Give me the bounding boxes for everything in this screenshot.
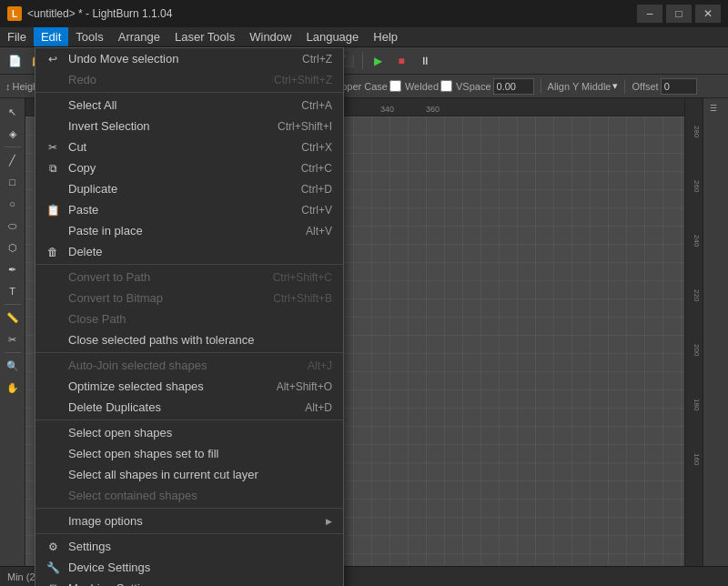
menu-item-close-path[interactable]: Close Path	[35, 308, 343, 329]
paste-shortcut: Ctrl+V	[301, 204, 332, 217]
minimize-button[interactable]: –	[637, 5, 662, 23]
offset-input[interactable]	[661, 78, 697, 95]
copy-icon: ⧉	[45, 160, 61, 177]
menu-item-undo[interactable]: ↩ Undo Move selection Ctrl+Z	[35, 48, 343, 69]
menu-item-select-all[interactable]: Select All Ctrl+A	[35, 95, 343, 116]
welded-check[interactable]	[440, 80, 452, 92]
cut-icon: ✂	[45, 139, 61, 156]
select-open-label: Select open shapes	[68, 426, 172, 440]
menu-item-paste-in-place[interactable]: Paste in place Alt+V	[35, 220, 343, 241]
menu-laser-tools[interactable]: Laser Tools	[167, 27, 242, 46]
menu-edit[interactable]: Edit	[34, 27, 68, 46]
machine-settings-label: Machine Settings	[68, 581, 159, 586]
title-bar: L <untitled> * - LightBurn 1.1.04 – □ ✕	[0, 0, 728, 27]
left-toolbar: ↖ ◈ ╱ □ ○ ⬭ ⬡ ✒ T 📏 ✂ 🔍 ✋	[0, 98, 25, 566]
ruler-r-220: 220	[693, 289, 701, 301]
upper-case-check[interactable]	[389, 80, 401, 92]
select-tool-btn[interactable]: ↖	[3, 102, 23, 122]
menu-language[interactable]: Language	[298, 27, 366, 46]
menu-item-optimize[interactable]: Optimize selected shapes Alt+Shift+O	[35, 376, 343, 397]
menu-item-select-open-fill[interactable]: Select open shapes set to fill	[35, 443, 343, 464]
cut-shapes-btn[interactable]: ✂	[3, 329, 23, 349]
menu-item-select-contained[interactable]: Select contained shapes	[35, 485, 343, 506]
draw-rect-btn[interactable]: □	[3, 172, 23, 192]
attr-sep-6	[624, 79, 625, 94]
vspace-label: VSpace	[456, 81, 491, 92]
draw-path-btn[interactable]: ✒	[3, 259, 23, 279]
device-settings-label: Device Settings	[68, 561, 150, 574]
dropdown-sep-2	[35, 264, 343, 265]
menu-item-settings[interactable]: ⚙ Settings	[35, 536, 343, 557]
align-y-label: Align Y Middle	[548, 81, 612, 92]
undo-label: Undo Move selection	[68, 52, 178, 66]
menu-item-invert-selection[interactable]: Invert Selection Ctrl+Shift+I	[35, 116, 343, 136]
lt-sep-2	[5, 304, 21, 305]
menu-item-auto-join[interactable]: Auto-Join selected shapes Alt+J	[35, 355, 343, 376]
duplicate-shortcut: Ctrl+D	[301, 183, 332, 196]
menu-item-convert-bitmap[interactable]: Convert to Bitmap Ctrl+Shift+B	[35, 288, 343, 308]
optimize-label: Optimize selected shapes	[68, 379, 204, 393]
welded-field: Welded	[405, 80, 452, 92]
close-button[interactable]: ✕	[695, 5, 721, 23]
menu-item-machine-settings[interactable]: 🖥 Machine Settings	[35, 578, 343, 586]
menu-item-paste[interactable]: 📋 Paste Ctrl+V	[35, 199, 343, 220]
menu-arrange[interactable]: Arrange	[111, 27, 167, 46]
stop-btn[interactable]: ■	[390, 50, 412, 72]
menu-bar: File Edit Tools Arrange Laser Tools Wind…	[0, 27, 728, 47]
dropdown-sep-5	[35, 508, 343, 509]
menu-item-delete-duplicates[interactable]: Delete Duplicates Alt+D	[35, 397, 343, 418]
measure-btn[interactable]: 📏	[3, 308, 23, 328]
copy-label: Copy	[68, 161, 96, 175]
menu-tools[interactable]: Tools	[68, 27, 110, 46]
draw-poly-btn[interactable]: ⬡	[3, 237, 23, 258]
menu-help[interactable]: Help	[366, 27, 405, 46]
zoom-btn[interactable]: 🔍	[3, 356, 23, 376]
lt-sep-1	[5, 146, 21, 147]
menu-item-image-options[interactable]: Image options	[35, 510, 343, 531]
start-btn[interactable]: ▶	[367, 50, 389, 72]
select-all-shortcut: Ctrl+A	[301, 99, 332, 112]
menu-item-delete[interactable]: 🗑 Delete	[35, 241, 343, 262]
pause-btn[interactable]: ⏸	[414, 50, 436, 72]
pan-btn[interactable]: ✋	[3, 378, 23, 398]
new-file-btn[interactable]: 📄	[4, 50, 25, 72]
text-tool-btn[interactable]: T	[3, 281, 23, 301]
menu-item-copy[interactable]: ⧉ Copy Ctrl+C	[35, 157, 343, 178]
ruler-r-240: 240	[693, 235, 701, 247]
convert-path-shortcut: Ctrl+Shift+C	[273, 271, 332, 284]
menu-item-select-open[interactable]: Select open shapes	[35, 422, 343, 443]
draw-line-btn[interactable]: ╱	[3, 150, 23, 170]
layers-btn[interactable]: ☰	[703, 98, 723, 118]
undo-shortcut: Ctrl+Z	[302, 53, 332, 66]
vspace-input[interactable]	[493, 78, 534, 95]
maximize-button[interactable]: □	[666, 5, 692, 23]
image-options-icon	[45, 513, 61, 530]
convert-path-icon	[45, 269, 61, 286]
menu-window[interactable]: Window	[242, 27, 298, 46]
edit-dropdown: ↩ Undo Move selection Ctrl+Z Redo Ctrl+S…	[35, 47, 344, 586]
menu-item-device-settings[interactable]: 🔧 Device Settings	[35, 557, 343, 578]
menu-item-select-cut-layer[interactable]: Select all shapes in current cut layer	[35, 464, 343, 485]
window-title: <untitled> * - LightBurn 1.1.04	[27, 7, 637, 20]
dropdown-sep-4	[35, 419, 343, 420]
menu-file[interactable]: File	[0, 27, 34, 46]
menu-item-cut[interactable]: ✂ Cut Ctrl+X	[35, 136, 343, 157]
close-path-label: Close Path	[68, 312, 126, 326]
convert-path-label: Convert to Path	[68, 270, 150, 284]
ruler-r-180: 180	[693, 399, 701, 410]
close-sel-paths-label: Close selected paths with tolerance	[68, 333, 255, 347]
menu-item-convert-path[interactable]: Convert to Path Ctrl+Shift+C	[35, 267, 343, 288]
ruler-r-200: 200	[693, 344, 701, 356]
delete-dup-icon	[45, 399, 61, 416]
menu-item-duplicate[interactable]: Duplicate Ctrl+D	[35, 178, 343, 199]
ruler-360: 360	[426, 105, 440, 114]
undo-icon: ↩	[45, 51, 61, 67]
menu-item-redo[interactable]: Redo Ctrl+Shift+Z	[35, 69, 343, 90]
image-options-arrow	[326, 516, 332, 526]
settings-label: Settings	[68, 540, 111, 553]
menu-item-close-selected-paths[interactable]: Close selected paths with tolerance	[35, 329, 343, 350]
duplicate-label: Duplicate	[68, 182, 117, 196]
draw-circle-btn[interactable]: ○	[3, 194, 23, 214]
draw-ellipse-btn[interactable]: ⬭	[3, 216, 23, 236]
node-edit-btn[interactable]: ◈	[3, 124, 23, 144]
